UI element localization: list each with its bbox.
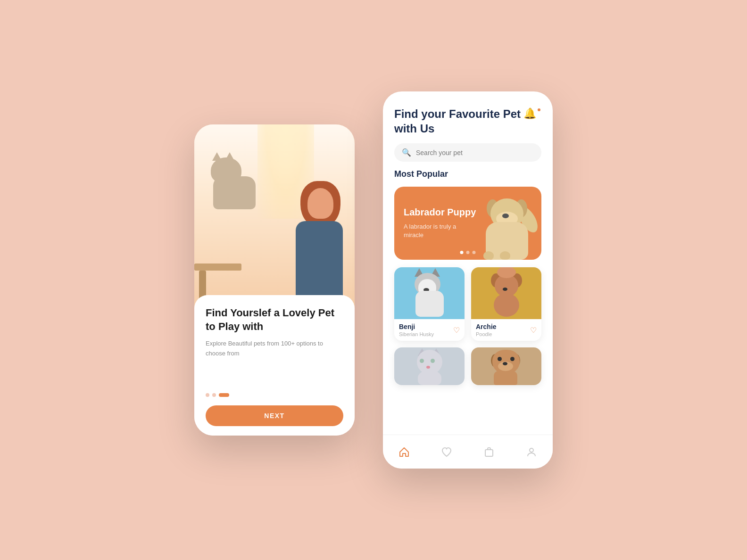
carousel-dots (460, 251, 476, 254)
pet-card-archie[interactable]: Archie Poodle ♡ (471, 267, 541, 341)
bag-icon (483, 446, 495, 458)
phone-listing: Find your Favourite Pet with Us 🔔 🔍 Most… (383, 91, 553, 469)
nav-profile[interactable] (526, 446, 537, 458)
heart-icon-benji[interactable]: ♡ (453, 326, 460, 335)
bell-notification-dot (537, 107, 541, 112)
nav-favorites[interactable] (441, 446, 452, 458)
search-bar[interactable]: 🔍 (394, 143, 541, 162)
bd-eye-right (510, 357, 515, 361)
bd-body (494, 371, 517, 385)
heart-icon-archie[interactable]: ♡ (530, 326, 537, 335)
gc-eye-left (420, 359, 424, 363)
pet-breed-benji: Siberian Husky (399, 331, 434, 337)
carousel-dot-1 (460, 251, 464, 254)
shelf (194, 264, 241, 271)
onboarding-title: Find Yourslef a Lovely Pet to Play with (206, 306, 343, 333)
dot-3-active (219, 393, 229, 397)
home-icon (398, 446, 410, 458)
featured-pet-image (475, 191, 541, 260)
next-button[interactable]: NEXT (206, 405, 343, 426)
nav-shop[interactable] (483, 446, 495, 458)
gc-eye-right (431, 359, 435, 363)
pet-card-cat[interactable] (394, 347, 465, 385)
svg-point-1 (530, 448, 533, 452)
search-icon: 🔍 (402, 148, 411, 157)
nav-home[interactable] (398, 446, 410, 458)
phone-onboarding: © Paginsart Find Yourslef a Lovely Pet t… (194, 124, 355, 436)
p-body (494, 293, 519, 317)
pet-card-brown-dog-image (471, 347, 541, 385)
pet-card-benji-info: Benji Siberian Husky ♡ (394, 319, 465, 341)
pet-name-archie: Archie (476, 323, 497, 330)
onboarding-content: Find Yourslef a Lovely Pet to Play with … (194, 295, 355, 436)
lab-paw-right (500, 251, 510, 260)
pet-name-benji: Benji (399, 323, 434, 330)
user-icon (526, 446, 537, 458)
gc-eyes (420, 359, 435, 363)
person-face (307, 188, 333, 219)
featured-pet-description: A labrador is truly a miracle (404, 222, 474, 239)
person-figure (274, 176, 350, 308)
gc-body (418, 370, 441, 385)
bottom-nav (383, 435, 553, 469)
pet-card-archie-info: Archie Poodle ♡ (471, 319, 541, 341)
pet-breed-archie: Poodle (476, 331, 497, 337)
dot-2 (212, 393, 216, 397)
bd-eye-left (498, 357, 502, 361)
search-input[interactable] (416, 149, 534, 156)
bell-icon: 🔔 (523, 107, 536, 119)
bell-button[interactable]: 🔔 (523, 107, 541, 125)
most-popular-heading: Most Popular (394, 169, 541, 179)
pet-card-benji[interactable]: Benji Siberian Husky ♡ (394, 267, 465, 341)
listing-header: Find your Favourite Pet with Us 🔔 (394, 107, 541, 136)
phones-container: © Paginsart Find Yourslef a Lovely Pet t… (194, 91, 553, 469)
lab-paw-left (483, 251, 494, 260)
onboarding-dots (206, 393, 343, 397)
pet-card-cat-image (394, 347, 465, 385)
carousel-dot-2 (466, 251, 470, 254)
onboarding-hero-image: © Paginsart (194, 124, 355, 308)
pet-card-brown-dog[interactable] (471, 347, 541, 385)
pet-card-archie-image (471, 267, 541, 319)
svg-rect-0 (485, 450, 493, 456)
h-body (415, 291, 444, 317)
carousel-dot-3 (473, 251, 476, 254)
heart-nav-icon (441, 446, 452, 458)
listing-inner: Find your Favourite Pet with Us 🔔 🔍 Most… (383, 91, 553, 435)
pet-grid: Benji Siberian Husky ♡ (394, 267, 541, 385)
pet-card-benji-image (394, 267, 465, 319)
featured-pet-card[interactable]: Labrador Puppy A labrador is truly a mir… (394, 187, 541, 260)
cat-figure (204, 134, 270, 209)
cat-body (213, 176, 256, 209)
dot-1 (206, 393, 209, 397)
listing-header-title: Find your Favourite Pet with Us (394, 107, 523, 136)
onboarding-subtitle: Explore Beautiful pets from 100+ options… (206, 339, 343, 359)
